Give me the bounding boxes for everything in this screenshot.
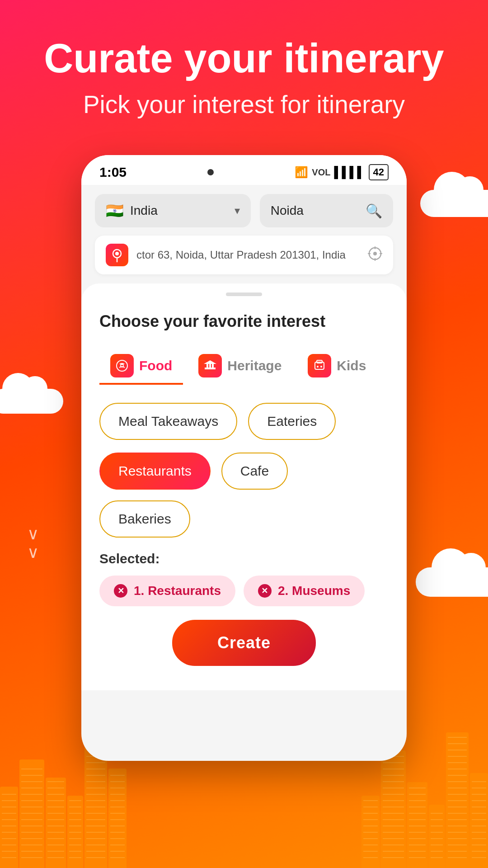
- sheet-title: Choose your favorite interest: [99, 312, 389, 331]
- tab-heritage[interactable]: Heritage: [188, 347, 292, 385]
- tab-food-label: Food: [139, 358, 172, 373]
- tab-heritage-label: Heritage: [227, 358, 282, 373]
- chip-eateries[interactable]: Eateries: [248, 403, 336, 440]
- remove-museums-button[interactable]: ✕: [258, 584, 272, 598]
- address-bar[interactable]: ctor 63, Noida, Uttar Pradesh 201301, In…: [95, 236, 393, 274]
- chip-restaurants[interactable]: Restaurants: [99, 453, 211, 490]
- signal-icon: ▌▌▌▌: [334, 166, 365, 179]
- phone-content: 🇮🇳 India ▾ Noida 🔍 ct: [81, 185, 407, 274]
- chip-bakeries[interactable]: Bakeries: [99, 500, 190, 538]
- svg-point-8: [117, 360, 127, 371]
- svg-rect-12: [209, 364, 211, 368]
- selected-tag-restaurants[interactable]: ✕ 1. Restaurants: [99, 576, 235, 606]
- building: [470, 773, 488, 868]
- building: [67, 796, 83, 868]
- building: [361, 796, 380, 868]
- selected-tag-museums-label: 2. Museums: [278, 584, 350, 598]
- tab-kids-label: Kids: [337, 358, 366, 373]
- status-icons: 📶 VOL ▌▌▌▌ 42: [295, 164, 389, 180]
- building: [429, 805, 445, 868]
- chip-cafe[interactable]: Cafe: [221, 453, 288, 490]
- phone-container: 1:05 📶 VOL ▌▌▌▌ 42 🇮🇳 India ▾ Noida: [0, 155, 488, 761]
- svg-point-3: [373, 252, 377, 255]
- tab-kids[interactable]: Kids: [297, 347, 377, 385]
- status-time: 1:05: [99, 165, 127, 180]
- selected-tags: ✕ 1. Restaurants ✕ 2. Museums: [99, 576, 389, 606]
- app-logo: [106, 244, 128, 266]
- building: [19, 760, 44, 868]
- building: [381, 750, 406, 868]
- wifi-icon: 📶: [295, 166, 308, 179]
- kids-tab-icon: [308, 354, 331, 377]
- country-select[interactable]: 🇮🇳 India ▾: [95, 194, 251, 227]
- chips-row-2: Restaurants Cafe Bakeries: [99, 453, 389, 538]
- svg-rect-10: [205, 368, 216, 369]
- country-flag: 🇮🇳: [106, 202, 124, 219]
- selected-label: Selected:: [99, 551, 389, 566]
- selected-tag-museums[interactable]: ✕ 2. Museums: [244, 576, 365, 606]
- phone-mockup: 1:05 📶 VOL ▌▌▌▌ 42 🇮🇳 India ▾ Noida: [81, 155, 407, 761]
- header-subtitle: Pick your interest for itinerary: [27, 90, 461, 119]
- header-title: Curate your itinerary: [27, 36, 461, 81]
- status-dot: [207, 169, 214, 175]
- country-name: India: [130, 203, 158, 218]
- sheet-handle: [226, 292, 262, 296]
- status-bar: 1:05 📶 VOL ▌▌▌▌ 42: [81, 155, 407, 185]
- search-icon: 🔍: [366, 203, 382, 219]
- building: [46, 778, 66, 868]
- svg-rect-11: [206, 364, 208, 368]
- address-text: ctor 63, Noida, Uttar Pradesh 201301, In…: [136, 249, 360, 261]
- bottom-sheet: Choose your favorite interest Food: [81, 283, 407, 690]
- chips-row-1: Meal Takeaways Eateries: [99, 403, 389, 440]
- create-button-container: Create: [99, 606, 389, 670]
- svg-point-18: [320, 366, 322, 368]
- building: [407, 782, 427, 868]
- dropdown-arrow-icon: ▾: [235, 204, 240, 217]
- food-tab-icon: [110, 354, 134, 377]
- building: [108, 769, 127, 868]
- svg-marker-14: [204, 360, 216, 364]
- location-target-icon: [368, 246, 382, 264]
- create-button[interactable]: Create: [172, 620, 316, 666]
- network-icon: VOL: [312, 167, 330, 178]
- city-search[interactable]: Noida 🔍: [260, 194, 393, 227]
- building: [0, 787, 18, 868]
- remove-restaurants-button[interactable]: ✕: [114, 584, 127, 598]
- location-row: 🇮🇳 India ▾ Noida 🔍: [95, 194, 393, 227]
- tabs-container: Food Heritage: [99, 347, 389, 385]
- heritage-tab-icon: [198, 354, 222, 377]
- selected-section: Selected: ✕ 1. Restaurants ✕ 2. Museums: [99, 551, 389, 606]
- tab-food[interactable]: Food: [99, 347, 183, 385]
- city-name: Noida: [271, 203, 304, 218]
- svg-point-17: [317, 366, 319, 368]
- chip-meal-takeaways[interactable]: Meal Takeaways: [99, 403, 237, 440]
- battery-icon: 42: [369, 164, 389, 180]
- header-section: Curate your itinerary Pick your interest…: [0, 0, 488, 146]
- selected-tag-restaurants-label: 1. Restaurants: [134, 584, 221, 598]
- svg-rect-13: [212, 364, 214, 368]
- svg-point-1: [115, 252, 119, 255]
